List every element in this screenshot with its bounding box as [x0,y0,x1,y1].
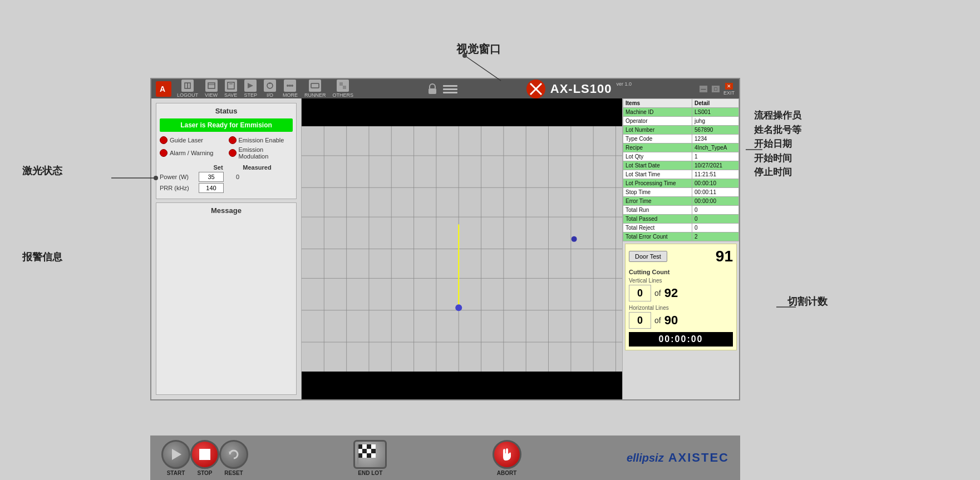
prr-label: PRR (kHz) [160,185,199,191]
info-detail-cell: LS001 [692,108,739,117]
end-lot-icon [353,440,387,469]
maximize-button[interactable]: □ [711,85,720,93]
nav-logout[interactable]: LOGOUT [177,80,198,98]
svg-rect-67 [362,453,367,458]
svg-point-19 [291,85,293,87]
exit-area: ✕ EXIT [723,82,735,96]
nav-io[interactable]: I/O [264,80,276,98]
left-panel: Status Laser is Ready for Emmision Guide… [151,98,302,399]
info-item-cell: Type Code [623,135,692,143]
power-w-input[interactable] [199,172,224,182]
info-table: Items Detail Machine IDLS001Operatorjuhg… [623,98,739,241]
table-row: Recipe4Inch_TypeA [623,143,739,152]
table-row: Total Reject0 [623,224,739,232]
info-item-cell: Total Error Count [623,232,692,241]
message-section: Message [156,202,297,395]
info-item-cell: Recipe [623,143,692,152]
more-icon [284,80,296,92]
nav-more[interactable]: MORE [283,80,298,98]
grid-overlay [302,126,622,372]
nav-more-label: MORE [283,92,298,98]
svg-rect-25 [443,88,457,90]
alarm-warning-label: Alarm / Warning [170,150,213,156]
nav-runner[interactable]: RUNNER [304,80,326,98]
machine-name: AX-LS100 [550,82,612,96]
step-icon [244,80,257,92]
abort-icon [493,440,521,469]
door-test-button[interactable]: Door Test [629,251,667,262]
info-detail-cell: 4Inch_TypeA [692,143,739,152]
info-detail-cell: 11:21:51 [692,170,739,179]
svg-rect-26 [443,92,457,93]
detail-header: Detail [692,99,739,108]
nav-runner-label: RUNNER [304,92,326,98]
save-icon [225,80,237,92]
info-item-cell: Lot Start Time [623,170,692,179]
abort-button[interactable]: ABORT [493,440,521,476]
start-button[interactable]: START [161,440,190,476]
info-item-cell: Operator [623,117,692,126]
alarm-warning-indicator: Alarm / Warning [160,146,224,160]
svg-rect-24 [443,85,457,87]
minimize-button[interactable]: — [699,85,708,93]
svg-rect-63 [362,449,367,453]
view-icon [205,80,218,92]
lock-area [426,83,459,95]
title-bar-right: — □ ✕ EXIT [699,82,735,96]
prr-input[interactable] [199,183,224,193]
vertical-lines-section: Vertical Lines 0 of 92 [629,278,733,301]
svg-text:A: A [160,85,165,93]
door-test-row: Door Test 91 [629,248,733,265]
close-button[interactable]: ✕ [725,82,733,90]
power-table-header: Set Measured [160,164,293,171]
nav-step[interactable]: STEP [244,80,257,98]
svg-point-3 [154,176,158,180]
grid-svg [302,126,622,372]
timer-display: 00:00:00 [629,332,733,347]
nav-logout-label: LOGOUT [177,92,198,98]
power-row-2: PRR (kHz) [160,183,293,193]
emission-modulation-dot [229,149,237,157]
table-row: Type Code1234 [623,135,739,143]
nav-view-label: VIEW [205,92,218,98]
reset-button[interactable]: RESET [219,440,248,476]
laser-status-arrow [109,172,159,184]
version-label: ver 1.0 [617,81,632,87]
start-icon [161,440,190,469]
guide-laser-dot [160,136,168,144]
info-item-cell: Total Run [623,206,692,215]
info-table-container: Items Detail Machine IDLS001Operatorjuhg… [623,98,739,241]
nav-others[interactable]: OTHERS [332,80,353,98]
info-detail-cell: 567890 [692,126,739,135]
info-detail-cell: 10/27/2021 [692,161,739,170]
svg-point-53 [455,304,462,311]
stop-icon [190,440,219,469]
nav-save[interactable]: SAVE [224,80,237,98]
svg-point-1 [462,53,467,58]
logout-icon [181,80,194,92]
vision-top-bar [302,98,622,126]
alarm-warning-dot [160,149,168,157]
emission-enable-dot [229,136,237,144]
table-row: Lot Processing Time00:00:10 [623,179,739,188]
svg-rect-68 [367,453,371,458]
end-lot-button[interactable]: END LOT [353,440,387,476]
app-logo: A [156,81,171,97]
table-row: Lot Start Date10/27/2021 [623,161,739,170]
stop-button[interactable]: STOP [190,440,219,476]
svg-marker-14 [248,83,253,88]
vertical-count-display: 0 of 92 [629,285,733,301]
horizontal-total: 90 [664,313,678,328]
table-row: Total Error Count2 [623,232,739,241]
vision-window-arrow [456,53,523,83]
info-detail-cell: 00:00:00 [692,197,739,206]
info-detail-cell: juhg [692,117,739,126]
svg-point-17 [287,85,289,87]
reset-label: RESET [224,470,243,476]
nav-io-label: I/O [267,92,273,98]
svg-rect-69 [371,453,376,458]
nav-view[interactable]: VIEW [205,80,218,98]
horizontal-count-display: 0 of 90 [629,312,733,329]
nav-buttons: LOGOUT VIEW SAVE [177,80,353,98]
info-detail-cell: 1234 [692,135,739,143]
